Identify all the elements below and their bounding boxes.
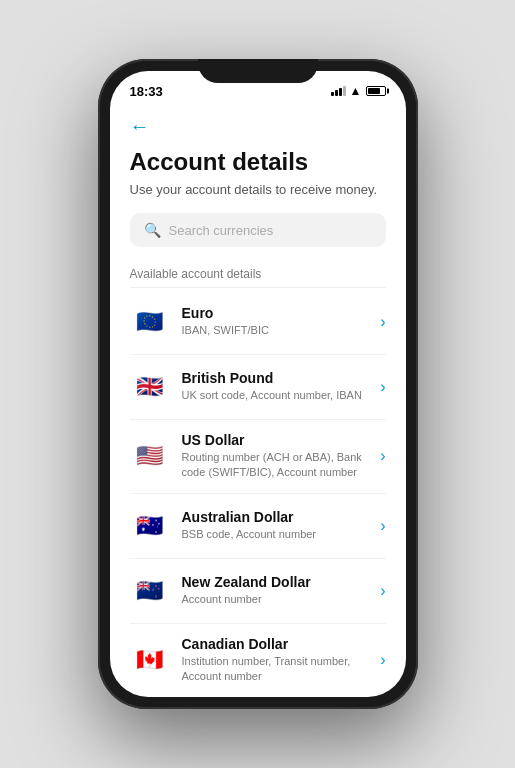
currency-detail: IBAN, SWIFT/BIC	[182, 323, 381, 338]
currency-name: Canadian Dollar	[182, 636, 381, 652]
content-area: ← Account details Use your account detai…	[110, 107, 406, 697]
currency-item[interactable]: 🇳🇿 New Zealand Dollar Account number ›	[130, 559, 386, 624]
currency-item[interactable]: 🇦🇺 Australian Dollar BSB code, Account n…	[130, 494, 386, 559]
currency-detail: Institution number, Transit number, Acco…	[182, 654, 381, 685]
currency-name: Australian Dollar	[182, 509, 381, 525]
battery-fill	[368, 88, 380, 94]
status-time: 18:33	[130, 84, 163, 99]
currency-name: US Dollar	[182, 432, 381, 448]
page-subtitle: Use your account details to receive mone…	[130, 182, 386, 197]
flag-circle: 🇳🇿	[130, 571, 170, 611]
chevron-right-icon: ›	[380, 313, 385, 331]
currency-item[interactable]: 🇨🇦 Canadian Dollar Institution number, T…	[130, 624, 386, 697]
flag-circle: 🇦🇺	[130, 506, 170, 546]
currency-name: Euro	[182, 305, 381, 321]
status-icons: ▲	[331, 84, 386, 98]
currency-info: New Zealand Dollar Account number	[182, 574, 381, 607]
battery-icon	[366, 86, 386, 96]
back-button[interactable]: ←	[130, 115, 150, 138]
search-icon: 🔍	[144, 222, 161, 238]
currency-info: Australian Dollar BSB code, Account numb…	[182, 509, 381, 542]
currency-info: Canadian Dollar Institution number, Tran…	[182, 636, 381, 685]
flag-circle: 🇺🇸	[130, 436, 170, 476]
chevron-right-icon: ›	[380, 651, 385, 669]
page-title: Account details	[130, 148, 386, 176]
chevron-right-icon: ›	[380, 517, 385, 535]
currency-detail: Account number	[182, 592, 381, 607]
phone-screen: 18:33 ▲ ← Account details Use your acc	[110, 71, 406, 697]
flag-circle: 🇨🇦	[130, 640, 170, 680]
flag-circle: 🇪🇺	[130, 302, 170, 342]
currency-info: British Pound UK sort code, Account numb…	[182, 370, 381, 403]
currency-detail: Routing number (ACH or ABA), Bank code (…	[182, 450, 381, 481]
section-divider	[130, 287, 386, 288]
section-label: Available account details	[130, 267, 386, 281]
currency-list: 🇪🇺 Euro IBAN, SWIFT/BIC › 🇬🇧 British Pou…	[130, 290, 386, 697]
chevron-right-icon: ›	[380, 582, 385, 600]
notch	[198, 59, 318, 83]
currency-item[interactable]: 🇪🇺 Euro IBAN, SWIFT/BIC ›	[130, 290, 386, 355]
signal-icon	[331, 86, 346, 96]
currency-detail: BSB code, Account number	[182, 527, 381, 542]
flag-circle: 🇬🇧	[130, 367, 170, 407]
currency-detail: UK sort code, Account number, IBAN	[182, 388, 381, 403]
currency-name: British Pound	[182, 370, 381, 386]
search-input[interactable]: Search currencies	[169, 223, 274, 238]
currency-name: New Zealand Dollar	[182, 574, 381, 590]
chevron-right-icon: ›	[380, 447, 385, 465]
phone-shell: 18:33 ▲ ← Account details Use your acc	[98, 59, 418, 709]
search-bar[interactable]: 🔍 Search currencies	[130, 213, 386, 247]
currency-item[interactable]: 🇬🇧 British Pound UK sort code, Account n…	[130, 355, 386, 420]
currency-item[interactable]: 🇺🇸 US Dollar Routing number (ACH or ABA)…	[130, 420, 386, 494]
currency-info: Euro IBAN, SWIFT/BIC	[182, 305, 381, 338]
chevron-right-icon: ›	[380, 378, 385, 396]
wifi-icon: ▲	[350, 84, 362, 98]
currency-info: US Dollar Routing number (ACH or ABA), B…	[182, 432, 381, 481]
